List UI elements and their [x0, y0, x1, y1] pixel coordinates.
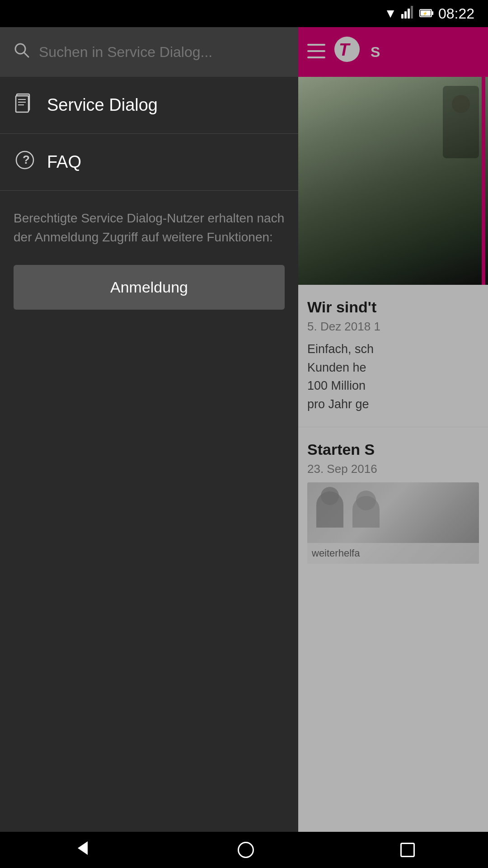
- svg-rect-0: [401, 14, 404, 19]
- telekom-brand-initial: S: [371, 44, 380, 61]
- telekom-header: T S: [298, 27, 488, 77]
- svg-text:?: ?: [23, 153, 30, 166]
- telekom-logo: T: [334, 37, 360, 67]
- status-icons: ▼ ⚡ 08:22: [384, 5, 474, 22]
- nav-item-service-dialog[interactable]: Service Dialog: [0, 77, 298, 134]
- news-excerpt-1: Einfach, sch Kunden he 100 Million pro J…: [307, 340, 479, 413]
- svg-text:T: T: [339, 40, 351, 59]
- main-layout: Service Dialog ? FAQ Berechtigte Service…: [0, 27, 488, 832]
- back-button[interactable]: [73, 839, 91, 861]
- wifi-icon: ▼: [384, 6, 397, 21]
- news-item-1[interactable]: Wir sind't 5. Dez 2018 1 Einfach, sch Ku…: [298, 285, 488, 427]
- news-thumbnail: weiterhelfа: [307, 482, 479, 564]
- search-icon: [14, 42, 30, 62]
- faq-label: FAQ: [47, 152, 81, 172]
- home-button[interactable]: [238, 842, 254, 858]
- svg-rect-22: [307, 57, 325, 58]
- nav-item-faq[interactable]: ? FAQ: [0, 134, 298, 191]
- time-display: 08:22: [438, 5, 474, 22]
- svg-rect-21: [307, 50, 325, 52]
- news-date-2: 23. Sep 2016: [307, 462, 479, 476]
- news-title-1: Wir sind't: [307, 298, 479, 316]
- news-date-1: 5. Dez 2018 1: [307, 320, 479, 334]
- news-thumb-caption: weiterhelfа: [307, 543, 479, 564]
- signal-icon: [401, 6, 415, 22]
- navigation-bar: [0, 832, 488, 868]
- svg-marker-25: [78, 841, 88, 855]
- news-item-2[interactable]: Starten S 23. Sep 2016 weiterhelfа: [298, 427, 488, 577]
- search-bar[interactable]: [0, 27, 298, 77]
- faq-icon: ?: [14, 150, 36, 174]
- svg-text:⚡: ⚡: [422, 11, 428, 16]
- recents-button[interactable]: [400, 843, 415, 857]
- battery-icon: ⚡: [419, 7, 434, 21]
- news-title-2: Starten S: [307, 441, 479, 458]
- side-drawer: Service Dialog ? FAQ Berechtigte Service…: [0, 27, 298, 832]
- right-content-panel: T S Wir sind't 5. Dez 2018 1 Einfach, sc…: [298, 27, 488, 832]
- svg-line-9: [24, 52, 28, 57]
- svg-rect-3: [411, 6, 413, 19]
- drawer-info-text: Berechtigte Service Dialog-Nutzer erhalt…: [0, 191, 298, 260]
- hero-image: [298, 77, 488, 285]
- status-bar: ▼ ⚡ 08:22: [0, 0, 488, 27]
- hamburger-icon[interactable]: [307, 42, 325, 62]
- service-dialog-icon: [14, 93, 36, 117]
- svg-rect-1: [404, 11, 407, 19]
- search-input[interactable]: [39, 44, 285, 61]
- svg-rect-14: [16, 96, 28, 112]
- anmeldung-button[interactable]: Anmeldung: [14, 265, 285, 310]
- service-dialog-label: Service Dialog: [47, 95, 158, 115]
- svg-rect-20: [307, 44, 325, 46]
- svg-rect-5: [432, 11, 433, 15]
- svg-rect-2: [408, 9, 410, 19]
